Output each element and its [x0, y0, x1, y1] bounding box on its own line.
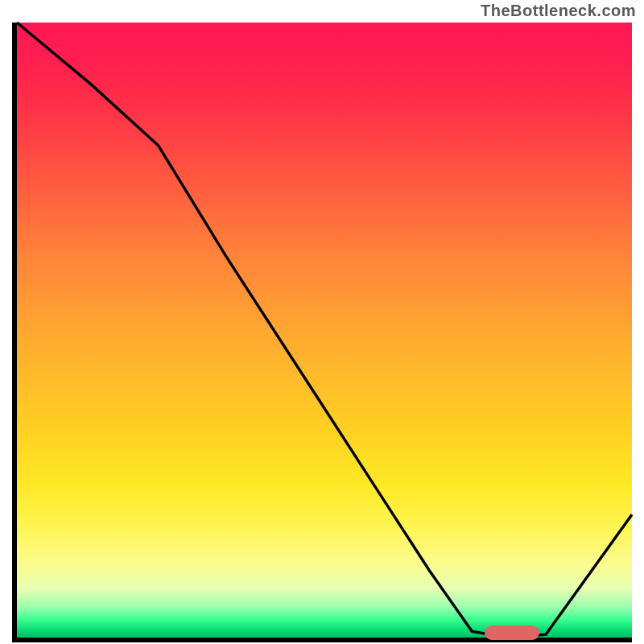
bottleneck-curve [17, 23, 632, 638]
chart-viewport: TheBottleneck.com [0, 0, 644, 644]
watermark-text: TheBottleneck.com [481, 2, 636, 20]
plot-area [12, 23, 632, 642]
curve-layer [17, 23, 632, 638]
optimal-range-marker [485, 625, 540, 640]
